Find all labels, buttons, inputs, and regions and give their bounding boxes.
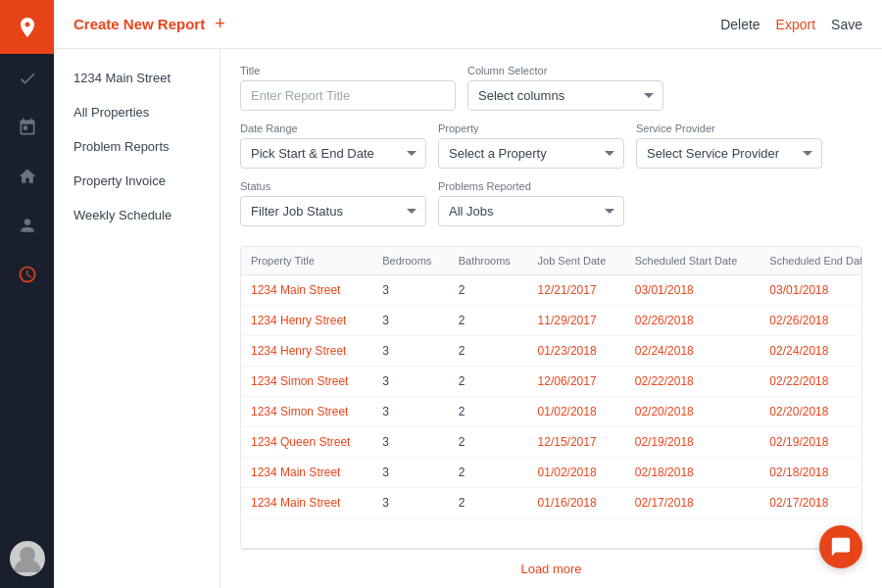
leftnav: 1234 Main Street All Properties Problem …	[54, 49, 220, 588]
table-cell: 3	[372, 488, 449, 518]
date-range-label: Date Range	[240, 122, 426, 134]
logo[interactable]	[0, 0, 54, 54]
topnav-add-button[interactable]: +	[215, 14, 225, 34]
leftnav-item-property-invoice[interactable]: Property Invoice	[54, 164, 220, 198]
table-cell[interactable]: 01/16/2018	[528, 488, 625, 518]
leftnav-item-main-street[interactable]: 1234 Main Street	[54, 61, 220, 95]
table-cell[interactable]: 1234 Queen Street	[241, 427, 372, 458]
service-provider-select[interactable]: Select Service Provider	[636, 138, 822, 169]
table-cell[interactable]: 03/01/2018	[760, 275, 862, 306]
save-button[interactable]: Save	[831, 17, 862, 32]
sidebar-item-home[interactable]	[0, 152, 54, 201]
form-row-3: Status Filter Job Status Problems Report…	[240, 180, 862, 226]
table-cell[interactable]: 01/02/2018	[528, 458, 625, 488]
table-cell-empty	[625, 518, 760, 550]
table-cell[interactable]: 02/19/2018	[760, 427, 862, 458]
leftnav-item-all-properties[interactable]: All Properties	[54, 95, 220, 129]
topnav: Create New Report + Delete Export Save	[54, 0, 882, 49]
table-row	[241, 518, 862, 550]
leftnav-item-problem-reports[interactable]: Problem Reports	[54, 129, 220, 164]
property-select[interactable]: Select a Property	[438, 138, 624, 169]
col-property-title: Property Title	[241, 247, 372, 275]
table-cell: 3	[372, 397, 449, 427]
table-cell[interactable]: 02/22/2018	[760, 367, 862, 397]
sidebar	[0, 0, 54, 588]
table-row: 1234 Main Street3212/21/201703/01/201803…	[241, 275, 862, 306]
table-row: 1234 Main Street3201/16/201802/17/201802…	[241, 488, 862, 518]
table-cell-empty	[528, 518, 625, 550]
col-bathrooms: Bathrooms	[449, 247, 528, 275]
table-body: 1234 Main Street3212/21/201703/01/201803…	[241, 275, 862, 550]
table-cell[interactable]: 02/24/2018	[625, 336, 760, 367]
table-cell[interactable]: 02/18/2018	[625, 458, 760, 488]
leftnav-item-weekly-schedule[interactable]: Weekly Schedule	[54, 198, 220, 232]
date-range-select[interactable]: Pick Start & End Date	[240, 138, 426, 169]
status-group: Status Filter Job Status	[240, 180, 426, 226]
problems-select[interactable]: All Jobs	[438, 196, 624, 226]
table-cell-empty	[372, 518, 449, 550]
table-cell[interactable]: 02/17/2018	[760, 488, 862, 518]
export-button[interactable]: Export	[776, 17, 815, 32]
main: Create New Report + Delete Export Save 1…	[54, 0, 882, 588]
table-cell[interactable]: 11/29/2017	[528, 306, 625, 336]
load-more-button[interactable]: Load more	[240, 549, 862, 588]
table-cell[interactable]: 1234 Main Street	[241, 275, 372, 306]
topnav-title: Create New Report	[74, 16, 205, 32]
sidebar-bottom	[10, 541, 45, 588]
table-cell[interactable]: 02/26/2018	[625, 306, 760, 336]
sidebar-item-person[interactable]	[0, 201, 54, 250]
report-form: Title Column Selector Select columns Dat…	[240, 65, 862, 238]
sidebar-item-reports[interactable]	[0, 250, 54, 299]
table-cell[interactable]: 01/23/2018	[528, 336, 625, 367]
table-cell[interactable]: 02/19/2018	[625, 427, 760, 458]
table-cell[interactable]: 02/22/2018	[625, 367, 760, 397]
sidebar-item-calendar[interactable]	[0, 103, 54, 152]
table-cell: 2	[449, 336, 528, 367]
column-selector-select[interactable]: Select columns	[467, 80, 663, 111]
table-cell: 2	[449, 306, 528, 336]
table-cell[interactable]: 1234 Main Street	[241, 488, 372, 518]
table-cell[interactable]: 1234 Henry Street	[241, 306, 372, 336]
table-cell[interactable]: 12/06/2017	[528, 367, 625, 397]
table-cell: 3	[372, 367, 449, 397]
table-cell[interactable]: 02/24/2018	[760, 336, 862, 367]
chat-icon	[830, 536, 852, 558]
content: 1234 Main Street All Properties Problem …	[54, 49, 882, 588]
logo-icon	[16, 16, 39, 39]
table-cell[interactable]: 01/02/2018	[528, 397, 625, 427]
table-cell[interactable]: 1234 Henry Street	[241, 336, 372, 367]
property-label: Property	[438, 122, 624, 134]
table-cell: 2	[449, 397, 528, 427]
avatar[interactable]	[10, 541, 45, 576]
sidebar-item-checklist[interactable]	[0, 54, 54, 103]
chat-button[interactable]	[819, 525, 862, 568]
table-cell[interactable]: 1234 Main Street	[241, 458, 372, 488]
topnav-actions: Delete Export Save	[720, 17, 862, 32]
table-cell[interactable]: 02/26/2018	[760, 306, 862, 336]
report-table-container[interactable]: Property Title Bedrooms Bathrooms Job Se…	[240, 246, 862, 549]
col-sched-end: Scheduled End Date	[760, 247, 862, 275]
form-row-2: Date Range Pick Start & End Date Propert…	[240, 122, 862, 169]
status-select[interactable]: Filter Job Status	[240, 196, 426, 226]
table-cell[interactable]: 02/17/2018	[625, 488, 760, 518]
column-selector-label: Column Selector	[467, 65, 663, 76]
table-cell-empty	[241, 518, 372, 550]
table-cell[interactable]: 03/01/2018	[625, 275, 760, 306]
table-header-row: Property Title Bedrooms Bathrooms Job Se…	[241, 247, 862, 275]
col-sched-start: Scheduled Start Date	[625, 247, 760, 275]
table-cell[interactable]: 02/18/2018	[760, 458, 862, 488]
table-cell[interactable]: 12/21/2017	[528, 275, 625, 306]
table-cell: 2	[449, 488, 528, 518]
table-cell[interactable]: 12/15/2017	[528, 427, 625, 458]
col-bedrooms: Bedrooms	[372, 247, 449, 275]
title-input[interactable]	[240, 80, 456, 111]
title-group: Title	[240, 65, 456, 111]
delete-button[interactable]: Delete	[720, 17, 760, 32]
date-range-group: Date Range Pick Start & End Date	[240, 122, 426, 169]
table-cell[interactable]: 02/20/2018	[760, 397, 862, 427]
table-cell[interactable]: 1234 Simon Street	[241, 397, 372, 427]
table-cell[interactable]: 1234 Simon Street	[241, 367, 372, 397]
table-cell[interactable]: 02/20/2018	[625, 397, 760, 427]
table-cell: 3	[372, 427, 449, 458]
table-row: 1234 Henry Street3211/29/201702/26/20180…	[241, 306, 862, 336]
